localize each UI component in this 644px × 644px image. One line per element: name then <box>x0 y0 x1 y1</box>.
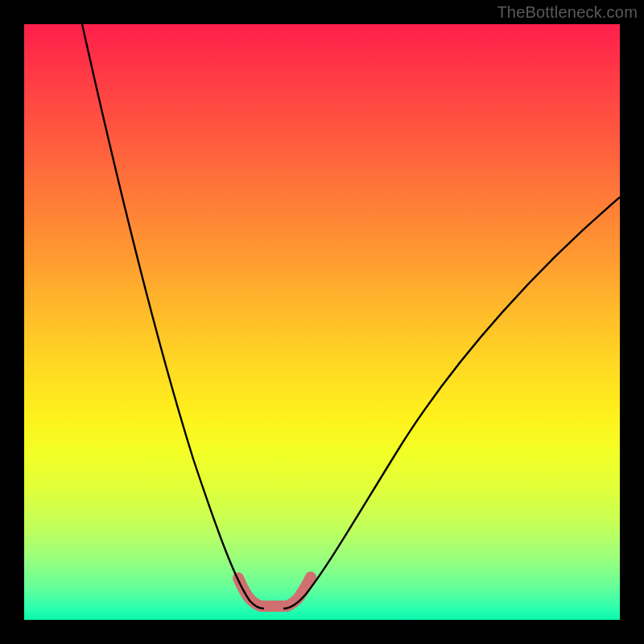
curve-layer <box>24 24 620 620</box>
valley-marker <box>238 577 311 606</box>
right-curve <box>283 197 620 609</box>
left-curve <box>82 24 264 609</box>
watermark-text: TheBottleneck.com <box>497 3 638 22</box>
chart-frame: TheBottleneck.com <box>0 0 644 644</box>
plot-area <box>24 24 620 620</box>
